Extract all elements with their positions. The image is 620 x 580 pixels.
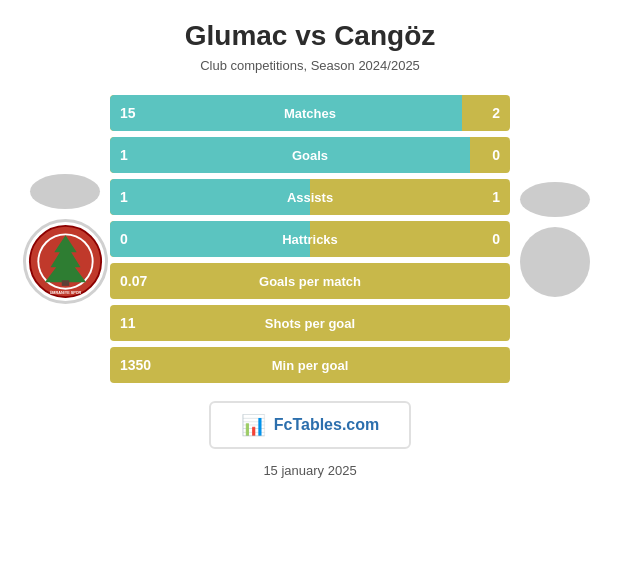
bar-label-hattricks: Hattricks (282, 232, 338, 247)
bar-row-min-per-goal: 1350 Min per goal (110, 347, 510, 383)
bar-left-assists: 1 (120, 189, 128, 205)
bar-right-assists: 1 (492, 189, 500, 205)
bar-row-goals-per-match: 0.07 Goals per match (110, 263, 510, 299)
bar-left-shots-per-goal: 11 (120, 315, 136, 331)
date-footer: 15 january 2025 (263, 463, 356, 478)
bar-bg-hattricks: 0 Hattricks 0 (110, 221, 510, 257)
bar-fill-assists (110, 179, 310, 215)
bar-right-goals: 0 (492, 147, 500, 163)
bar-fill-goals (110, 137, 470, 173)
bar-row-assists: 1 Assists 1 (110, 179, 510, 215)
bar-left-min-per-goal: 1350 (120, 357, 151, 373)
bar-bg-min-per-goal: 1350 Min per goal (110, 347, 510, 383)
bar-bg-goals: 1 Goals 0 (110, 137, 510, 173)
svg-rect-4 (61, 280, 69, 286)
bar-right-matches: 2 (492, 105, 500, 121)
stats-section: ÜMRANIYE SPOR 15 Matches 2 1 Goals (20, 95, 600, 383)
bar-label-goals: Goals (292, 148, 328, 163)
bar-label-matches: Matches (284, 106, 336, 121)
left-team-logo: ÜMRANIYE SPOR (20, 174, 110, 304)
bar-bg-matches: 15 Matches 2 (110, 95, 510, 131)
bar-left-hattricks: 0 (120, 231, 128, 247)
fctables-icon: 📊 (241, 413, 266, 437)
bar-bg-shots-per-goal: 11 Shots per goal (110, 305, 510, 341)
bar-row-goals: 1 Goals 0 (110, 137, 510, 173)
right-top-oval (520, 182, 590, 217)
team-badge-svg: ÜMRANIYE SPOR (28, 224, 103, 299)
bar-left-matches: 15 (120, 105, 136, 121)
fctables-banner[interactable]: 📊 FcTables.com (209, 401, 412, 449)
bar-bg-goals-per-match: 0.07 Goals per match (110, 263, 510, 299)
bar-label-assists: Assists (287, 190, 333, 205)
left-team-badge: ÜMRANIYE SPOR (23, 219, 108, 304)
bar-label-min-per-goal: Min per goal (272, 358, 349, 373)
left-top-oval (30, 174, 100, 209)
bar-right-hattricks: 0 (492, 231, 500, 247)
bars-container: 15 Matches 2 1 Goals 0 1 Assis (110, 95, 510, 383)
bar-row-matches: 15 Matches 2 (110, 95, 510, 131)
bar-row-shots-per-goal: 11 Shots per goal (110, 305, 510, 341)
bar-left-goals-per-match: 0.07 (120, 273, 147, 289)
bar-label-goals-per-match: Goals per match (259, 274, 361, 289)
right-team-logo (510, 182, 600, 297)
match-title: Glumac vs Cangöz (185, 20, 436, 52)
svg-text:ÜMRANIYE SPOR: ÜMRANIYE SPOR (49, 290, 81, 295)
bar-fill-hattricks (110, 221, 310, 257)
bar-row-hattricks: 0 Hattricks 0 (110, 221, 510, 257)
bar-bg-assists: 1 Assists 1 (110, 179, 510, 215)
fctables-text: FcTables.com (274, 416, 380, 434)
main-card: Glumac vs Cangöz Club competitions, Seas… (0, 0, 620, 580)
bar-left-goals: 1 (120, 147, 128, 163)
match-subtitle: Club competitions, Season 2024/2025 (200, 58, 420, 73)
bar-label-shots-per-goal: Shots per goal (265, 316, 355, 331)
right-bottom-oval (520, 227, 590, 297)
